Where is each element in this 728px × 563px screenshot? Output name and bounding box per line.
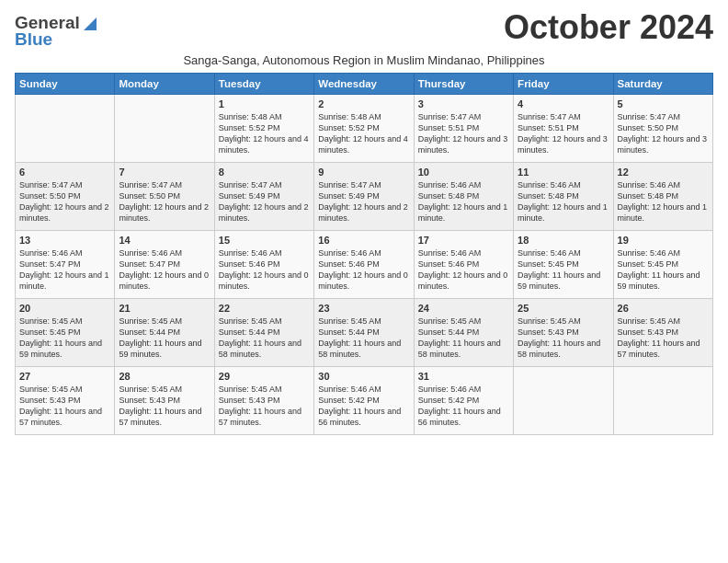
day-number: 22 bbox=[219, 303, 310, 314]
cell-sun-info: Sunrise: 5:46 AM Sunset: 5:42 PM Dayligh… bbox=[418, 385, 501, 427]
page: General Blue October 2024 Sanga-Sanga, A… bbox=[0, 0, 728, 444]
week-row-4: 20Sunrise: 5:45 AM Sunset: 5:45 PM Dayli… bbox=[16, 299, 713, 367]
day-number: 30 bbox=[318, 371, 409, 382]
calendar-cell: 21Sunrise: 5:45 AM Sunset: 5:44 PM Dayli… bbox=[115, 299, 214, 367]
header: General Blue October 2024 bbox=[15, 9, 713, 50]
calendar-cell: 25Sunrise: 5:45 AM Sunset: 5:43 PM Dayli… bbox=[514, 299, 613, 367]
cell-sun-info: Sunrise: 5:46 AM Sunset: 5:42 PM Dayligh… bbox=[318, 385, 401, 427]
calendar-cell: 26Sunrise: 5:45 AM Sunset: 5:43 PM Dayli… bbox=[613, 299, 712, 367]
calendar-cell bbox=[613, 367, 712, 435]
cell-sun-info: Sunrise: 5:47 AM Sunset: 5:50 PM Dayligh… bbox=[119, 180, 209, 223]
calendar-cell: 11Sunrise: 5:46 AM Sunset: 5:48 PM Dayli… bbox=[514, 163, 613, 231]
day-number: 6 bbox=[19, 167, 110, 178]
cell-sun-info: Sunrise: 5:45 AM Sunset: 5:44 PM Dayligh… bbox=[318, 316, 401, 359]
calendar-cell: 27Sunrise: 5:45 AM Sunset: 5:43 PM Dayli… bbox=[16, 367, 115, 435]
cell-sun-info: Sunrise: 5:45 AM Sunset: 5:44 PM Dayligh… bbox=[418, 316, 501, 359]
calendar-cell: 2Sunrise: 5:48 AM Sunset: 5:52 PM Daylig… bbox=[314, 95, 414, 163]
calendar-cell: 20Sunrise: 5:45 AM Sunset: 5:45 PM Dayli… bbox=[16, 299, 115, 367]
day-number: 9 bbox=[318, 167, 409, 178]
calendar-cell: 9Sunrise: 5:47 AM Sunset: 5:49 PM Daylig… bbox=[314, 163, 414, 231]
weekday-header-tuesday: Tuesday bbox=[214, 74, 313, 95]
day-number: 19 bbox=[618, 235, 709, 246]
calendar-cell: 18Sunrise: 5:46 AM Sunset: 5:45 PM Dayli… bbox=[514, 231, 613, 299]
calendar-cell: 23Sunrise: 5:45 AM Sunset: 5:44 PM Dayli… bbox=[314, 299, 414, 367]
day-number: 18 bbox=[518, 235, 609, 246]
calendar-cell: 16Sunrise: 5:46 AM Sunset: 5:46 PM Dayli… bbox=[314, 231, 414, 299]
cell-sun-info: Sunrise: 5:47 AM Sunset: 5:49 PM Dayligh… bbox=[219, 180, 309, 223]
week-row-1: 1Sunrise: 5:48 AM Sunset: 5:52 PM Daylig… bbox=[16, 95, 713, 163]
cell-sun-info: Sunrise: 5:45 AM Sunset: 5:43 PM Dayligh… bbox=[518, 316, 600, 359]
cell-sun-info: Sunrise: 5:46 AM Sunset: 5:47 PM Dayligh… bbox=[19, 248, 109, 291]
day-number: 23 bbox=[318, 303, 409, 314]
logo: General Blue bbox=[15, 13, 100, 50]
calendar-cell: 30Sunrise: 5:46 AM Sunset: 5:42 PM Dayli… bbox=[314, 367, 414, 435]
calendar-cell: 8Sunrise: 5:47 AM Sunset: 5:49 PM Daylig… bbox=[214, 163, 313, 231]
cell-sun-info: Sunrise: 5:48 AM Sunset: 5:52 PM Dayligh… bbox=[219, 112, 309, 155]
month-title: October 2024 bbox=[504, 9, 713, 46]
logo-blue: Blue bbox=[15, 29, 52, 50]
day-number: 4 bbox=[518, 98, 609, 109]
day-number: 5 bbox=[618, 98, 709, 109]
weekday-header-saturday: Saturday bbox=[613, 74, 712, 95]
calendar-cell: 12Sunrise: 5:46 AM Sunset: 5:48 PM Dayli… bbox=[613, 163, 712, 231]
calendar-cell: 5Sunrise: 5:47 AM Sunset: 5:50 PM Daylig… bbox=[613, 95, 712, 163]
cell-sun-info: Sunrise: 5:46 AM Sunset: 5:48 PM Dayligh… bbox=[618, 180, 708, 223]
calendar-cell: 29Sunrise: 5:45 AM Sunset: 5:43 PM Dayli… bbox=[214, 367, 313, 435]
weekday-header-friday: Friday bbox=[514, 74, 613, 95]
cell-sun-info: Sunrise: 5:46 AM Sunset: 5:46 PM Dayligh… bbox=[318, 248, 408, 291]
cell-sun-info: Sunrise: 5:45 AM Sunset: 5:43 PM Dayligh… bbox=[19, 385, 102, 427]
cell-sun-info: Sunrise: 5:46 AM Sunset: 5:47 PM Dayligh… bbox=[119, 248, 209, 291]
logo-icon bbox=[80, 14, 100, 32]
day-number: 13 bbox=[19, 235, 110, 246]
cell-sun-info: Sunrise: 5:46 AM Sunset: 5:46 PM Dayligh… bbox=[418, 248, 508, 291]
day-number: 28 bbox=[119, 371, 210, 382]
day-number: 14 bbox=[119, 235, 210, 246]
calendar-cell: 31Sunrise: 5:46 AM Sunset: 5:42 PM Dayli… bbox=[414, 367, 513, 435]
week-row-5: 27Sunrise: 5:45 AM Sunset: 5:43 PM Dayli… bbox=[16, 367, 713, 435]
cell-sun-info: Sunrise: 5:45 AM Sunset: 5:43 PM Dayligh… bbox=[219, 385, 301, 427]
cell-sun-info: Sunrise: 5:45 AM Sunset: 5:44 PM Dayligh… bbox=[219, 316, 301, 359]
day-number: 3 bbox=[418, 98, 509, 109]
calendar-table: SundayMondayTuesdayWednesdayThursdayFrid… bbox=[15, 73, 713, 435]
weekday-header-monday: Monday bbox=[115, 74, 214, 95]
calendar-cell: 22Sunrise: 5:45 AM Sunset: 5:44 PM Dayli… bbox=[214, 299, 313, 367]
cell-sun-info: Sunrise: 5:48 AM Sunset: 5:52 PM Dayligh… bbox=[318, 112, 408, 155]
weekday-header-thursday: Thursday bbox=[414, 74, 513, 95]
cell-sun-info: Sunrise: 5:46 AM Sunset: 5:45 PM Dayligh… bbox=[618, 248, 700, 291]
day-number: 24 bbox=[418, 303, 509, 314]
day-number: 25 bbox=[518, 303, 609, 314]
calendar-cell: 17Sunrise: 5:46 AM Sunset: 5:46 PM Dayli… bbox=[414, 231, 513, 299]
cell-sun-info: Sunrise: 5:47 AM Sunset: 5:51 PM Dayligh… bbox=[418, 112, 508, 155]
cell-sun-info: Sunrise: 5:46 AM Sunset: 5:48 PM Dayligh… bbox=[418, 180, 508, 223]
calendar-cell bbox=[16, 95, 115, 163]
weekday-header-sunday: Sunday bbox=[16, 74, 115, 95]
cell-sun-info: Sunrise: 5:45 AM Sunset: 5:43 PM Dayligh… bbox=[618, 316, 700, 359]
calendar-cell: 15Sunrise: 5:46 AM Sunset: 5:46 PM Dayli… bbox=[214, 231, 313, 299]
day-number: 8 bbox=[219, 167, 310, 178]
day-number: 10 bbox=[418, 167, 509, 178]
week-row-3: 13Sunrise: 5:46 AM Sunset: 5:47 PM Dayli… bbox=[16, 231, 713, 299]
calendar-cell: 10Sunrise: 5:46 AM Sunset: 5:48 PM Dayli… bbox=[414, 163, 513, 231]
day-number: 7 bbox=[119, 167, 210, 178]
day-number: 31 bbox=[418, 371, 509, 382]
cell-sun-info: Sunrise: 5:47 AM Sunset: 5:49 PM Dayligh… bbox=[318, 180, 408, 223]
calendar-cell: 19Sunrise: 5:46 AM Sunset: 5:45 PM Dayli… bbox=[613, 231, 712, 299]
calendar-cell: 6Sunrise: 5:47 AM Sunset: 5:50 PM Daylig… bbox=[16, 163, 115, 231]
day-number: 15 bbox=[219, 235, 310, 246]
calendar-cell: 3Sunrise: 5:47 AM Sunset: 5:51 PM Daylig… bbox=[414, 95, 513, 163]
calendar-cell: 28Sunrise: 5:45 AM Sunset: 5:43 PM Dayli… bbox=[115, 367, 214, 435]
day-number: 26 bbox=[618, 303, 709, 314]
cell-sun-info: Sunrise: 5:45 AM Sunset: 5:43 PM Dayligh… bbox=[119, 385, 201, 427]
cell-sun-info: Sunrise: 5:46 AM Sunset: 5:46 PM Dayligh… bbox=[219, 248, 309, 291]
day-number: 12 bbox=[618, 167, 709, 178]
cell-sun-info: Sunrise: 5:45 AM Sunset: 5:44 PM Dayligh… bbox=[119, 316, 201, 359]
day-number: 11 bbox=[518, 167, 609, 178]
day-number: 17 bbox=[418, 235, 509, 246]
calendar-cell: 7Sunrise: 5:47 AM Sunset: 5:50 PM Daylig… bbox=[115, 163, 214, 231]
calendar-cell: 1Sunrise: 5:48 AM Sunset: 5:52 PM Daylig… bbox=[214, 95, 313, 163]
day-number: 1 bbox=[219, 98, 310, 109]
day-number: 16 bbox=[318, 235, 409, 246]
cell-sun-info: Sunrise: 5:46 AM Sunset: 5:48 PM Dayligh… bbox=[518, 180, 608, 223]
cell-sun-info: Sunrise: 5:46 AM Sunset: 5:45 PM Dayligh… bbox=[518, 248, 600, 291]
weekday-header-wednesday: Wednesday bbox=[314, 74, 414, 95]
